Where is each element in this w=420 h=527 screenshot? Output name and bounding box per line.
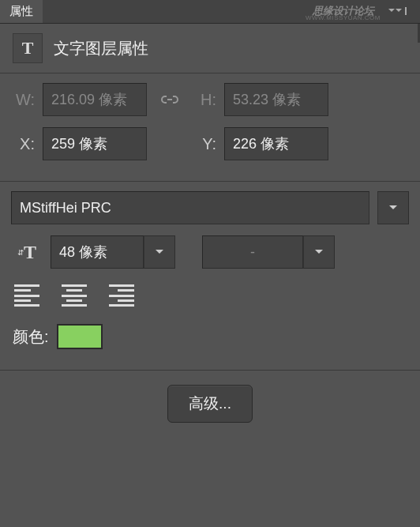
width-field[interactable]: 216.09 像素 (43, 83, 147, 116)
panel-tab-bar: 属性 思缘设计论坛 WWW.MISSYUAN.COM (0, 0, 420, 24)
height-label: H: (193, 91, 216, 109)
panel-title: 文字图层属性 (54, 38, 148, 59)
x-label: X: (11, 135, 35, 153)
color-swatch[interactable] (57, 324, 103, 349)
font-family-field[interactable]: MStiffHei PRC (11, 191, 369, 224)
font-size-icon: ⇵T (11, 242, 43, 263)
link-dimensions-icon[interactable] (155, 93, 185, 106)
advanced-button[interactable]: 高级... (167, 385, 253, 423)
y-field[interactable]: 226 像素 (224, 127, 328, 160)
font-size-dropdown-button[interactable] (144, 235, 175, 269)
font-size-field[interactable]: 48 像素 (51, 235, 144, 269)
alignment-row (11, 280, 409, 321)
align-left-button[interactable] (14, 284, 39, 307)
svg-rect-0 (405, 7, 407, 15)
font-family-dropdown-button[interactable] (377, 191, 409, 224)
align-center-button[interactable] (62, 284, 87, 307)
width-label: W: (11, 91, 35, 109)
x-field[interactable]: 259 像素 (43, 127, 147, 160)
type-layer-icon: T (13, 33, 43, 63)
properties-tab[interactable]: 属性 (0, 0, 43, 23)
height-field[interactable]: 53.23 像素 (224, 83, 328, 116)
transform-section: W: 216.09 像素 H: 53.23 像素 X: 259 像素 Y: 22… (0, 73, 420, 181)
panel-flyout-button[interactable] (381, 3, 415, 19)
watermark-url: WWW.MISSYUAN.COM (306, 14, 381, 21)
character-section: MStiffHei PRC ⇵T 48 像素 - 颜色: (0, 182, 420, 370)
leading-field[interactable]: - (202, 235, 303, 269)
color-label: 颜色: (13, 326, 49, 348)
leading-dropdown-button[interactable] (303, 235, 335, 269)
align-right-button[interactable] (109, 284, 134, 307)
panel-header: T 文字图层属性 (0, 24, 420, 73)
y-label: Y: (193, 135, 216, 153)
